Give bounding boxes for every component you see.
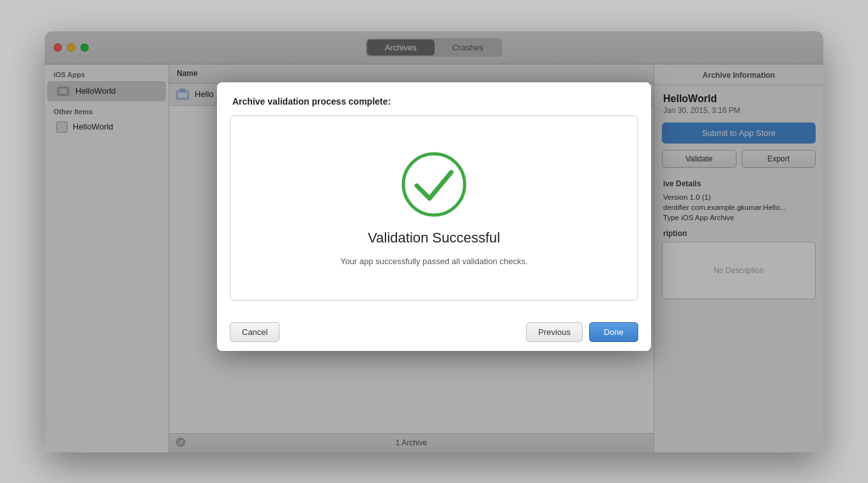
modal-footer: Cancel Previous Done: [217, 313, 651, 351]
modal-body: Validation Successful Your app successfu…: [217, 115, 651, 313]
validation-success-sub: Your app successfully passed all validat…: [340, 256, 528, 266]
checkmark-circle-icon: [399, 149, 469, 219]
svg-point-7: [403, 154, 465, 215]
previous-button[interactable]: Previous: [526, 322, 583, 342]
modal-overlay: Archive validation process complete: Val…: [45, 64, 823, 452]
validation-success-title: Validation Successful: [368, 230, 500, 246]
modal-title: Archive validation process complete:: [232, 96, 636, 107]
validation-box: Validation Successful Your app successfu…: [230, 115, 638, 301]
main-area: iOS Apps HelloWorld Other Items HelloWor…: [45, 64, 823, 452]
cancel-button[interactable]: Cancel: [230, 322, 280, 342]
done-button[interactable]: Done: [589, 322, 638, 342]
app-window: Archives Crashes iOS Apps HelloWorld Oth…: [45, 31, 823, 452]
validation-modal: Archive validation process complete: Val…: [217, 82, 651, 351]
modal-header: Archive validation process complete:: [217, 82, 651, 115]
modal-right-buttons: Previous Done: [526, 322, 638, 342]
